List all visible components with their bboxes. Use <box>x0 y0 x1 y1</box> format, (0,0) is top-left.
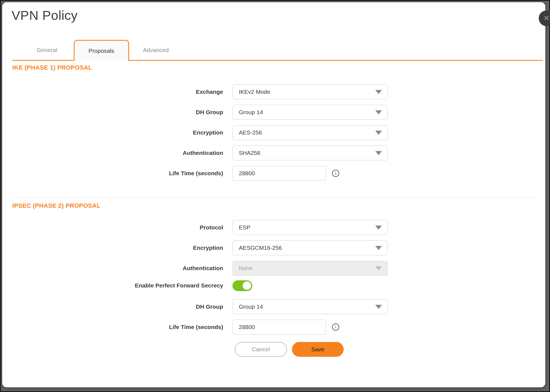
tab-advanced[interactable]: Advanced <box>129 40 183 60</box>
dialog-title: VPN Policy <box>12 7 78 24</box>
lifetime-label: Life Time (seconds) <box>12 324 223 330</box>
tab-proposals[interactable]: Proposals <box>74 40 129 61</box>
p2-encryption-select[interactable]: AESGCM16-256 <box>232 240 388 255</box>
select-value: Group 14 <box>239 303 263 310</box>
chevron-down-icon <box>375 90 382 94</box>
p2-lifetime-input[interactable] <box>232 320 326 335</box>
p1-authentication-row: Authentication SHA256 <box>12 146 388 160</box>
protocol-row: Protocol ESP <box>12 220 388 235</box>
chevron-down-icon <box>375 151 382 155</box>
select-value: SHA256 <box>239 150 260 156</box>
p1-exchange-select[interactable]: IKEv2 Mode <box>232 84 388 99</box>
ipsec-phase2-heading: IPSEC (PHASE 2) PROPOSAL <box>12 202 100 209</box>
pfs-label: Enable Perfect Forward Secrecy <box>12 282 223 289</box>
select-value: ESP <box>239 224 250 231</box>
cancel-button[interactable]: Cancel <box>235 342 287 357</box>
encryption-label: Encryption <box>12 245 223 251</box>
exchange-row: Exchange IKEv2 Mode <box>12 84 388 99</box>
p1-encryption-select[interactable]: AES-256 <box>232 125 388 140</box>
p2-encryption-row: Encryption AESGCM16-256 <box>12 240 388 255</box>
p1-lifetime-row: Life Time (seconds) i <box>12 166 339 181</box>
info-icon[interactable]: i <box>332 324 339 331</box>
dh-group-label: DH Group <box>12 303 223 310</box>
pfs-row: Enable Perfect Forward Secrecy <box>12 278 252 293</box>
p2-lifetime-row: Life Time (seconds) i <box>12 320 339 335</box>
authentication-label: Authentication <box>12 150 223 156</box>
p2-dh-group-row: DH Group Group 14 <box>12 299 388 314</box>
lifetime-label: Life Time (seconds) <box>12 170 223 177</box>
chevron-down-icon <box>375 226 382 230</box>
toggle-knob <box>243 281 251 290</box>
chevron-down-icon <box>375 305 382 309</box>
p2-authentication-row: Authentication None <box>12 261 388 276</box>
p1-authentication-select[interactable]: SHA256 <box>232 146 388 160</box>
protocol-label: Protocol <box>12 224 223 231</box>
authentication-label: Authentication <box>12 265 223 272</box>
encryption-label: Encryption <box>12 129 223 136</box>
select-value: AES-256 <box>239 129 262 136</box>
footer-actions: Cancel Save <box>235 342 344 357</box>
ike-phase1-heading: IKE (PHASE 1) PROPOSAL <box>12 64 92 71</box>
select-value: AESGCM16-256 <box>239 245 282 251</box>
p2-authentication-select: None <box>232 261 388 276</box>
p1-lifetime-input[interactable] <box>232 166 326 181</box>
chevron-down-icon <box>375 131 382 135</box>
select-value: IKEv2 Mode <box>239 89 270 95</box>
chevron-down-icon <box>375 110 382 114</box>
tab-bar: General Proposals Advanced <box>12 40 543 61</box>
vpn-policy-dialog: VPN Policy General Proposals Advanced IK… <box>2 2 545 387</box>
p1-dh-group-select[interactable]: Group 14 <box>232 105 388 120</box>
p2-dh-group-select[interactable]: Group 14 <box>232 299 388 314</box>
pfs-toggle[interactable] <box>232 280 252 291</box>
dh-group-label: DH Group <box>12 109 223 116</box>
section-divider <box>12 197 535 198</box>
chevron-down-icon <box>375 266 382 270</box>
select-value: Group 14 <box>239 109 263 116</box>
info-icon[interactable]: i <box>332 170 339 177</box>
p1-encryption-row: Encryption AES-256 <box>12 125 388 140</box>
exchange-label: Exchange <box>12 89 223 95</box>
p2-protocol-select[interactable]: ESP <box>232 220 388 235</box>
save-button[interactable]: Save <box>292 342 344 357</box>
chevron-down-icon <box>375 246 382 250</box>
tab-general[interactable]: General <box>20 40 74 60</box>
select-value: None <box>239 265 253 272</box>
p1-dh-group-row: DH Group Group 14 <box>12 105 388 120</box>
